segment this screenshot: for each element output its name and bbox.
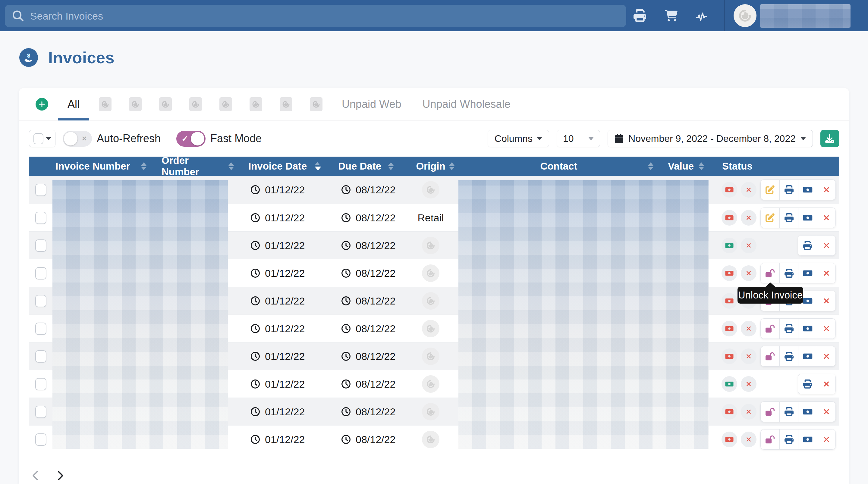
download-button[interactable] bbox=[820, 130, 839, 147]
date-range-button[interactable]: November 9, 2022 - December 8, 2022 bbox=[608, 130, 813, 147]
delete-action-button[interactable] bbox=[817, 319, 835, 338]
money-action-button[interactable] bbox=[798, 346, 817, 366]
add-tab-button[interactable] bbox=[36, 98, 48, 110]
tab-redacted-logo-3[interactable] bbox=[159, 97, 172, 111]
page-size-select[interactable]: 10 bbox=[557, 130, 600, 147]
unlock-action-button[interactable] bbox=[761, 319, 779, 338]
row-checkbox[interactable] bbox=[35, 378, 46, 390]
value-cell bbox=[658, 232, 712, 259]
delete-action-button[interactable] bbox=[817, 235, 835, 255]
edit-action-button[interactable] bbox=[761, 180, 779, 200]
due-date-cell: 08/12/22 bbox=[330, 315, 402, 343]
tab-redacted-logo-1[interactable] bbox=[99, 97, 112, 111]
tab-unpaid-web[interactable]: Unpaid Web bbox=[340, 88, 403, 121]
origin-cell bbox=[402, 232, 459, 259]
sort-icon[interactable] bbox=[388, 162, 394, 170]
row-checkbox[interactable] bbox=[35, 267, 46, 280]
search-input[interactable] bbox=[30, 10, 618, 22]
column-header[interactable]: Contact bbox=[459, 157, 658, 176]
delete-action-button[interactable] bbox=[817, 402, 835, 422]
order-number-cell bbox=[155, 259, 242, 287]
table-row: 01/12/2208/12/22 bbox=[29, 342, 839, 370]
row-checkbox[interactable] bbox=[35, 239, 46, 252]
row-checkbox[interactable] bbox=[35, 212, 46, 224]
column-header[interactable]: Origin bbox=[402, 157, 459, 176]
unlock-action-button[interactable] bbox=[761, 346, 779, 366]
money-action-button[interactable] bbox=[798, 263, 817, 283]
row-checkbox[interactable] bbox=[35, 295, 46, 307]
row-checkbox[interactable] bbox=[35, 350, 46, 363]
select-all-checkbox[interactable] bbox=[33, 133, 43, 144]
delete-action-button[interactable] bbox=[817, 374, 835, 394]
row-checkbox[interactable] bbox=[35, 406, 46, 418]
sort-icon[interactable] bbox=[648, 162, 653, 170]
edit-action-button[interactable] bbox=[761, 208, 779, 228]
print-action-button[interactable] bbox=[779, 346, 798, 366]
avatar[interactable] bbox=[734, 4, 756, 27]
printer-icon[interactable] bbox=[633, 9, 647, 22]
status-chips bbox=[712, 265, 756, 281]
tab-redacted-logo-7[interactable] bbox=[280, 97, 292, 111]
delete-action-button[interactable] bbox=[817, 208, 835, 228]
print-action-button[interactable] bbox=[779, 319, 798, 338]
column-header[interactable]: Status bbox=[712, 157, 839, 176]
tab-all[interactable]: All bbox=[66, 88, 82, 121]
tab-redacted-logo-6[interactable] bbox=[250, 97, 262, 111]
sort-icon[interactable] bbox=[699, 162, 704, 170]
sort-icon[interactable] bbox=[228, 162, 234, 170]
redacted-logo-icon bbox=[426, 240, 436, 251]
tab-redacted-logo-5[interactable] bbox=[219, 97, 232, 111]
column-header[interactable]: Invoice Number bbox=[53, 157, 155, 176]
delete-action-button[interactable] bbox=[817, 291, 835, 311]
unlock-action-button[interactable] bbox=[761, 263, 779, 283]
unlock-action-button[interactable] bbox=[761, 429, 779, 449]
print-action-button[interactable] bbox=[779, 402, 798, 422]
tab-redacted-logo-8[interactable] bbox=[310, 97, 322, 111]
print-action-button[interactable] bbox=[779, 180, 798, 200]
unlock-action-button[interactable] bbox=[761, 402, 779, 422]
search-bar[interactable] bbox=[5, 5, 626, 27]
tab-redacted-logo-4[interactable] bbox=[189, 97, 202, 111]
sort-icon[interactable] bbox=[315, 162, 321, 170]
print-action-button[interactable] bbox=[779, 208, 798, 228]
delete-action-button[interactable] bbox=[817, 429, 835, 449]
money-action-button[interactable] bbox=[798, 208, 817, 228]
order-number-cell bbox=[155, 343, 242, 370]
invoice-number-cell bbox=[53, 259, 155, 287]
column-header[interactable]: Due Date bbox=[330, 157, 402, 176]
next-page-button[interactable] bbox=[55, 471, 65, 481]
print-action-button[interactable] bbox=[798, 374, 817, 394]
delete-action-button[interactable] bbox=[817, 263, 835, 283]
print-action-button[interactable] bbox=[779, 263, 798, 283]
pulse-icon[interactable] bbox=[695, 9, 710, 22]
invoice-number-cell bbox=[53, 426, 155, 453]
row-checkbox[interactable] bbox=[35, 184, 46, 196]
row-checkbox[interactable] bbox=[35, 323, 46, 335]
sort-icon[interactable] bbox=[141, 162, 147, 170]
tab-redacted-logo-2[interactable] bbox=[129, 97, 142, 111]
money-bill-icon bbox=[725, 407, 734, 416]
sort-icon[interactable] bbox=[449, 162, 455, 170]
columns-button[interactable]: Columns bbox=[488, 130, 549, 147]
previous-page-button[interactable] bbox=[31, 471, 41, 481]
select-all-dropdown[interactable] bbox=[29, 130, 56, 147]
money-action-button[interactable] bbox=[798, 180, 817, 200]
column-header[interactable]: Invoice Date bbox=[242, 157, 330, 176]
column-header[interactable]: Value bbox=[658, 157, 712, 176]
delete-action-button[interactable] bbox=[817, 346, 835, 366]
print-action-button[interactable] bbox=[798, 235, 817, 255]
row-checkbox[interactable] bbox=[35, 433, 46, 446]
cart-icon[interactable] bbox=[664, 9, 678, 22]
origin-redacted-logo bbox=[422, 348, 439, 365]
fast-mode-toggle[interactable]: ✓ bbox=[176, 131, 206, 147]
money-action-button[interactable] bbox=[798, 402, 817, 422]
auto-refresh-toggle[interactable]: × bbox=[63, 131, 92, 147]
clock-icon bbox=[250, 323, 260, 334]
delete-action-button[interactable] bbox=[817, 180, 835, 200]
print-action-button[interactable] bbox=[779, 429, 798, 449]
column-header[interactable]: Order Number bbox=[155, 157, 242, 176]
column-header-label: Invoice Number bbox=[56, 161, 130, 172]
tab-unpaid-wholesale[interactable]: Unpaid Wholesale bbox=[421, 88, 512, 121]
money-action-button[interactable] bbox=[798, 319, 817, 338]
money-action-button[interactable] bbox=[798, 429, 817, 449]
